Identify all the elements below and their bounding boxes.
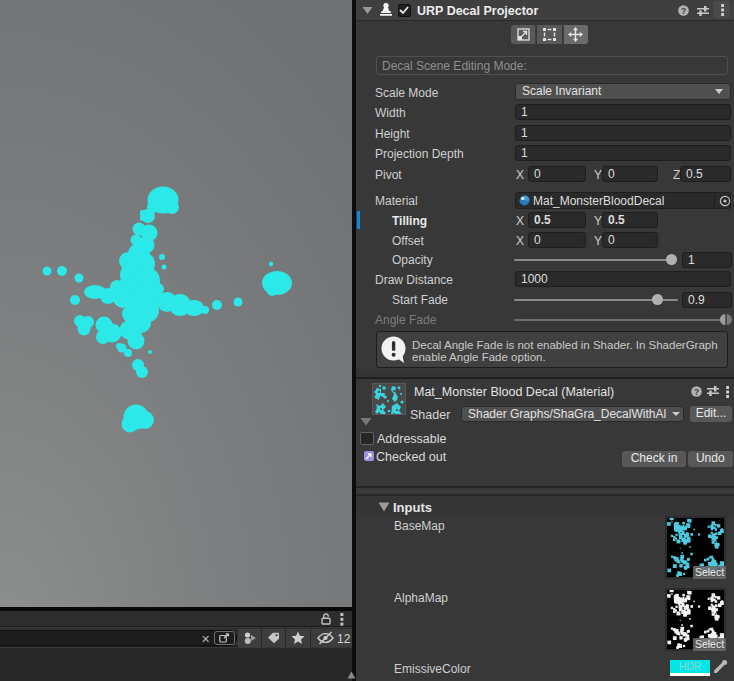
svg-text:?: ? [693, 386, 698, 396]
svg-text:?: ? [681, 5, 686, 15]
